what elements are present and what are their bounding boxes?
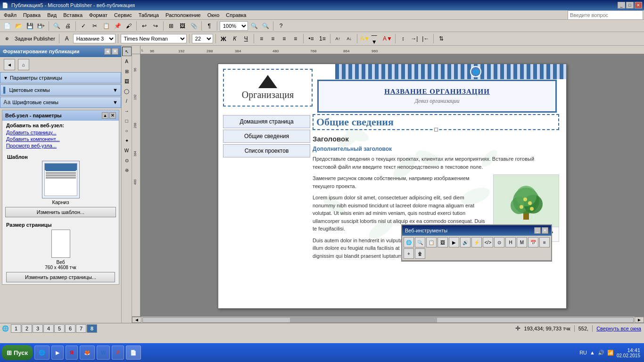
redo-button[interactable]: ↪ xyxy=(150,21,161,31)
save-as-button[interactable]: 💾+ xyxy=(36,21,46,31)
wt-video-button[interactable]: ▶ xyxy=(449,237,459,247)
line-color-button[interactable]: —▼ xyxy=(371,33,381,44)
web-section-header[interactable]: Веб-узел - параметры ▲ ✕ xyxy=(2,110,119,121)
menu-file[interactable]: Файл xyxy=(1,11,19,19)
font-color-button[interactable]: A▼ xyxy=(382,33,393,44)
wt-globe-button[interactable]: 🌐 xyxy=(404,237,414,247)
new-button[interactable]: 📄 xyxy=(2,21,12,31)
taskbar-yandex-button[interactable]: Я xyxy=(66,346,78,360)
bullets-button[interactable]: •≡ xyxy=(306,33,316,44)
taskbar-ie-button[interactable]: 🌐 xyxy=(34,346,50,360)
menu-help[interactable]: Справка xyxy=(223,11,249,19)
wt-html-button[interactable]: H xyxy=(505,237,516,247)
wt-audio-button[interactable]: 🔊 xyxy=(460,237,471,247)
insert-table-button[interactable]: ⊞ xyxy=(166,21,176,31)
org-title-box[interactable]: НАЗВАНИЕ ОРГАНИЗАЦИИ Девиз организации xyxy=(317,80,557,113)
wt-script-button[interactable]: </> xyxy=(483,237,493,247)
wt-flash-button[interactable]: ⚡ xyxy=(471,237,482,247)
copy-button[interactable]: 📋 xyxy=(101,21,111,31)
align-left-button[interactable]: ≡ xyxy=(256,33,267,44)
nav-item-general[interactable]: Общие сведения xyxy=(223,130,310,143)
ellipse-tool-button[interactable]: ○ xyxy=(122,126,132,135)
minimize-button[interactable]: _ xyxy=(618,2,625,8)
help-input[interactable] xyxy=(568,10,643,20)
web-section-up-button[interactable]: ▲ xyxy=(102,112,108,119)
org-logo-box[interactable]: Организация xyxy=(223,69,313,107)
accordion-color-schemes-header[interactable]: ▌ Цветовые схемы ▼ xyxy=(0,84,121,96)
underline-button[interactable]: Ч xyxy=(241,33,251,44)
page-tab-1[interactable]: 1 xyxy=(11,324,21,333)
add-component-link[interactable]: Добавить компонент... xyxy=(6,136,115,142)
tasks-icon[interactable]: ⊕ xyxy=(2,33,12,44)
print-button[interactable]: 🖨 xyxy=(63,21,73,31)
add-page-link[interactable]: Добавить страницу... xyxy=(6,130,115,135)
font-size-combo[interactable]: 22 xyxy=(192,34,213,43)
page-tab-4[interactable]: 4 xyxy=(43,324,54,333)
custom-shape-button[interactable]: ✦ xyxy=(122,136,132,145)
wt-search-button[interactable]: 🔍 xyxy=(415,237,425,247)
cut-button[interactable]: ✂ xyxy=(90,21,100,31)
page-tab-5[interactable]: 5 xyxy=(54,324,65,333)
page-tab-7[interactable]: 7 xyxy=(76,324,86,333)
main-heading-box[interactable]: Общие сведения xyxy=(313,114,559,130)
show-para-button[interactable]: ¶ xyxy=(204,21,215,31)
scroll-left-button[interactable]: ◄ xyxy=(132,317,141,323)
insert-clip-button[interactable]: 📎 xyxy=(189,21,199,31)
horizontal-scrollbar[interactable]: ◄ ► xyxy=(132,316,644,323)
scrollbar-track[interactable] xyxy=(142,317,634,323)
print-preview-button[interactable]: 🔍 xyxy=(51,21,62,31)
menu-edit[interactable]: Правка xyxy=(20,11,43,19)
style-icon[interactable]: A xyxy=(62,33,72,44)
wt-insert-button[interactable]: + xyxy=(404,248,414,259)
panel-home-button[interactable]: ⌂ xyxy=(18,59,29,70)
page-tab-8[interactable]: 8 xyxy=(87,324,97,333)
style-combo[interactable]: Название 3 xyxy=(73,34,116,43)
save-button[interactable]: 💾 xyxy=(25,21,35,31)
maximize-button[interactable]: □ xyxy=(626,2,634,8)
menu-window[interactable]: Окно xyxy=(205,11,223,19)
text-direction-button[interactable]: ⇅ xyxy=(436,33,446,44)
scrollbar-thumb[interactable] xyxy=(290,318,437,322)
taskbar-publisher-button[interactable]: 📄 xyxy=(126,346,141,360)
scroll-right-button[interactable]: ► xyxy=(635,317,644,323)
spell-button[interactable]: ✓ xyxy=(78,21,89,31)
paste-button[interactable]: 📌 xyxy=(112,21,123,31)
wt-delete-button[interactable]: 🗑 xyxy=(415,248,425,259)
picture-tool-button[interactable]: 🖼 xyxy=(122,76,132,86)
start-button[interactable]: ⊞ Пуск xyxy=(2,345,33,360)
menu-format[interactable]: Формат xyxy=(86,11,110,19)
open-button[interactable]: 📂 xyxy=(13,21,24,31)
web-tools-close-button[interactable]: ✕ xyxy=(542,227,548,234)
accordion-font-schemes-header[interactable]: Aa Шрифтовые схемы ▼ xyxy=(0,97,121,108)
indent-more-button[interactable]: →| xyxy=(409,33,420,44)
table-tool-button[interactable]: ⊞ xyxy=(122,66,132,76)
menu-insert[interactable]: Вставка xyxy=(60,11,85,19)
menu-arrange[interactable]: Расположение xyxy=(163,11,204,19)
view-web-link[interactable]: Просмотр веб-узла... xyxy=(6,143,115,148)
format-painter-button[interactable]: 🖌 xyxy=(124,21,134,31)
taskbar-powerpoint-button[interactable]: P xyxy=(112,346,124,360)
zoom-combo[interactable]: 100% xyxy=(220,21,248,31)
change-size-button[interactable]: Изменить размер страницы... xyxy=(6,272,115,282)
line-spacing-button[interactable]: ↕ xyxy=(398,33,408,44)
help-button[interactable]: ? xyxy=(276,21,286,31)
rect-tool-button[interactable]: □ xyxy=(122,116,132,125)
collapse-windows-label[interactable]: Свернуть все окна xyxy=(596,326,641,331)
shapes-tool-button[interactable]: ◯ xyxy=(122,86,132,96)
wt-form-button[interactable]: 📋 xyxy=(426,237,437,247)
nav-item-home[interactable]: Домашняя страница xyxy=(223,115,310,128)
taskbar-word-button[interactable]: W xyxy=(97,346,110,360)
numbering-button[interactable]: 1≡ xyxy=(317,33,328,44)
undo-button[interactable]: ↩ xyxy=(139,21,149,31)
insert-picture-button[interactable]: 🖼 xyxy=(177,21,188,31)
panel-collapse-button[interactable]: ◄ xyxy=(104,48,111,55)
select-tool-button[interactable]: ↖ xyxy=(122,47,132,56)
wt-meta-button[interactable]: M xyxy=(517,237,527,247)
wt-calendar-button[interactable]: 📅 xyxy=(528,237,538,247)
text-tool-button[interactable]: A xyxy=(122,57,132,66)
wt-list-button[interactable]: ≡ xyxy=(539,237,550,247)
page-tab-6[interactable]: 6 xyxy=(65,324,75,333)
panel-close-button[interactable]: ✕ xyxy=(112,48,118,55)
zoom-out-button[interactable]: 🔍 xyxy=(260,21,271,31)
line-tool-button[interactable]: / xyxy=(122,96,132,106)
